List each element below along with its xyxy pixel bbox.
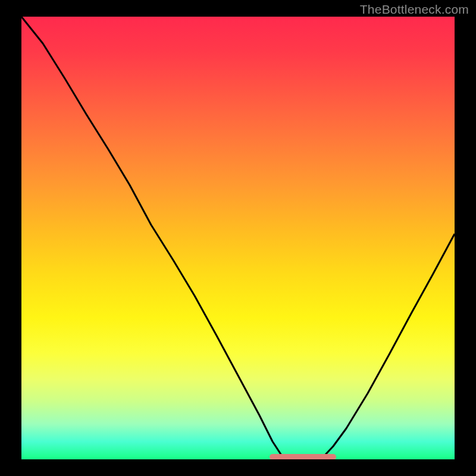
- watermark-text: TheBottleneck.com: [360, 2, 469, 17]
- plot-area: [21, 17, 455, 459]
- series-curve: [21, 17, 455, 459]
- curve-layer: [21, 17, 455, 459]
- chart-frame: [21, 17, 455, 459]
